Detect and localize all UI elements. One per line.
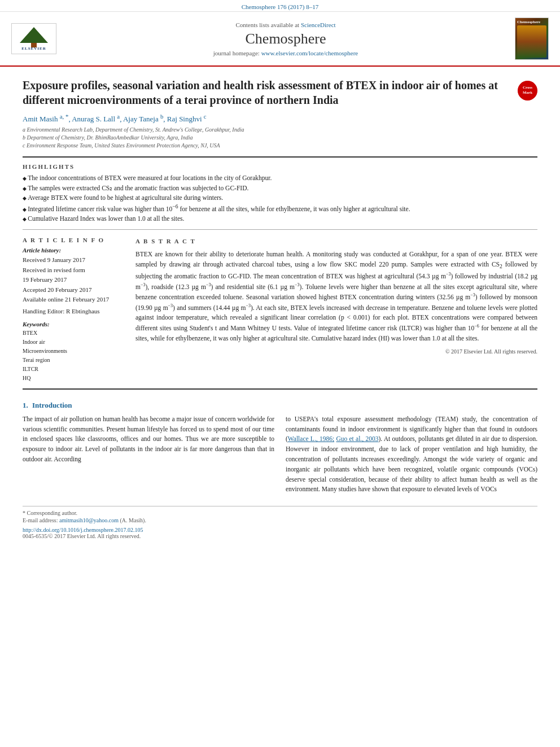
received-revised-date: 19 February 2017 (23, 276, 124, 284)
highlight-item-1: The indoor concentrations of BTEX were m… (23, 173, 537, 183)
keyword-6: HQ (23, 374, 124, 383)
article-info-label: A R T I C L E I N F O (23, 237, 124, 243)
article-info-col: A R T I C L E I N F O Article history: R… (23, 237, 124, 382)
page: Chemosphere 176 (2017) 8–17 ELSEVIER Con… (0, 0, 560, 747)
affiliation-c: c Environment Response Team, United Stat… (23, 142, 537, 150)
cover-title-text: Chemosphere (517, 20, 546, 24)
intro-col-right: to USEPA's total exposure assessment met… (286, 414, 537, 495)
title-divider (23, 156, 537, 158)
accepted-date: Accepted 20 February 2017 (23, 286, 124, 294)
doi-line: http://dx.doi.org/10.1016/j.chemosphere.… (23, 527, 537, 533)
highlight-item-3: Average BTEX were found to be highest at… (23, 193, 537, 203)
email-address[interactable]: amitmasih10@yahoo.com (59, 517, 119, 523)
homepage-text: journal homepage: (213, 50, 260, 56)
svg-text:Mark: Mark (523, 90, 532, 95)
highlight-item-5: Cumulative Hazard Index was lower than 1… (23, 214, 537, 224)
highlights-divider (23, 229, 537, 230)
contents-text: Contents lists available at (235, 21, 299, 28)
crossmark-icon: Cross Mark (518, 81, 537, 101)
page-footer: * Corresponding author. E-mail address: … (23, 506, 537, 539)
ref-guo[interactable]: Guo et al., 2003 (336, 435, 378, 442)
abstract-divider (23, 388, 537, 390)
received-revised-label: Received in revised form (23, 266, 124, 274)
email-suffix: (A. Masih). (120, 517, 146, 523)
authors-line: Amit Masih a, *, Anurag S. Lall a, Ajay … (23, 113, 537, 124)
keyword-4: Terai region (23, 356, 124, 365)
copyright-text: © 2017 Elsevier Ltd. All rights reserved… (135, 347, 537, 356)
corresponding-note: * Corresponding author. (23, 510, 537, 516)
introduction-section: 1. Introduction The impact of air pollut… (23, 401, 537, 495)
author-sup-b: a (117, 113, 120, 120)
contents-line: Contents lists available at ScienceDirec… (62, 21, 509, 28)
crossmark-svg: Cross Mark (518, 81, 537, 101)
author-sup-c: b (160, 113, 163, 120)
email-line: E-mail address: amitmasih10@yahoo.com (A… (23, 517, 537, 523)
svg-text:ELSEVIER: ELSEVIER (21, 46, 46, 51)
abstract-label: A B S T R A C T (135, 237, 537, 246)
ref-wallace[interactable]: Wallace L., 1986; (288, 435, 334, 442)
highlight-item-2: The samples were extracted CS₂ and the a… (23, 184, 537, 193)
homepage-url[interactable]: www.elsevier.com/locate/chemosphere (261, 50, 358, 56)
intro-col-left: The impact of air pollution on human hea… (23, 414, 274, 495)
keyword-5: ILTCR (23, 365, 124, 374)
elsevier-logo: ELSEVIER (11, 23, 56, 54)
keyword-3: Microenvironments (23, 347, 124, 356)
affiliation-b: b Department of Chemistry, Dr. BhimRaoAm… (23, 134, 537, 142)
article-history-label: Article history: (23, 247, 124, 254)
author-sup-a: a, * (60, 113, 69, 120)
affiliations: a Environmental Research Lab, Department… (23, 126, 537, 150)
keyword-1: BTEX (23, 329, 124, 338)
journal-header: ELSEVIER Contents lists available at Sci… (0, 12, 560, 67)
received-date: Received 9 January 2017 (23, 256, 124, 264)
homepage-line: journal homepage: www.elsevier.com/locat… (62, 50, 509, 56)
article-title-row: Exposure profiles, seasonal variation an… (23, 78, 537, 113)
article-title: Exposure profiles, seasonal variation an… (23, 78, 512, 113)
journal-title: Chemosphere (62, 30, 509, 47)
doi-link[interactable]: http://dx.doi.org/10.1016/j.chemosphere.… (23, 527, 537, 533)
keyword-2: Indoor air (23, 338, 124, 347)
section-title: Introduction (32, 401, 72, 409)
sciencedirect-link[interactable]: ScienceDirect (301, 21, 336, 28)
issn-line: 0045-6535/© 2017 Elsevier Ltd. All right… (23, 533, 537, 539)
keywords-label: Keywords: (23, 321, 124, 327)
main-content: Exposure profiles, seasonal variation an… (0, 67, 560, 551)
section-number: 1. (23, 401, 28, 409)
cover-artwork (517, 25, 546, 58)
info-abstract-cols: A R T I C L E I N F O Article history: R… (23, 237, 537, 382)
keywords-list: BTEX Indoor air Microenvironments Terai … (23, 329, 124, 383)
handling-editor: Handling Editor: R Ebtinghaus (23, 307, 124, 316)
available-date: Available online 21 February 2017 (23, 295, 124, 304)
journal-center-info: Contents lists available at ScienceDirec… (62, 21, 509, 56)
highlights-label: HIGHLIGHTS (23, 163, 537, 170)
journal-citation-bar: Chemosphere 176 (2017) 8–17 (0, 0, 560, 12)
intro-columns: The impact of air pollution on human hea… (23, 414, 537, 495)
abstract-text: BTEX are known for their ability to dete… (135, 250, 537, 344)
article-title-text: Exposure profiles, seasonal variation an… (23, 78, 512, 107)
elsevier-tree-icon: ELSEVIER (17, 26, 51, 51)
section-number-title: 1. Introduction (23, 401, 537, 410)
affiliation-a: a Environmental Research Lab, Department… (23, 126, 537, 134)
crossmark-badge[interactable]: Cross Mark (518, 81, 537, 101)
intro-col1-text: The impact of air pollution on human hea… (23, 416, 274, 462)
author-sup-d: c (204, 113, 207, 120)
journal-cover-image: Chemosphere (515, 18, 549, 60)
highlights-list: The indoor concentrations of BTEX were m… (23, 173, 537, 224)
highlight-item-4: Integrated lifetime cancer risk value wa… (23, 203, 537, 214)
email-label: E-mail address: (23, 517, 58, 523)
svg-text:Cross: Cross (523, 85, 532, 90)
journal-citation: Chemosphere 176 (2017) 8–17 (242, 3, 319, 10)
abstract-col: A B S T R A C T BTEX are known for their… (135, 237, 537, 382)
